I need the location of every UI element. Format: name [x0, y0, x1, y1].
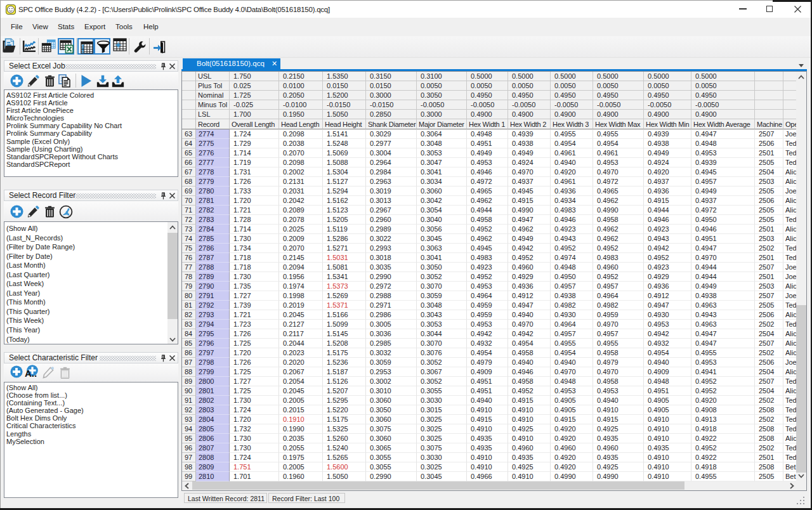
svg-text:A..: A..	[25, 368, 37, 379]
